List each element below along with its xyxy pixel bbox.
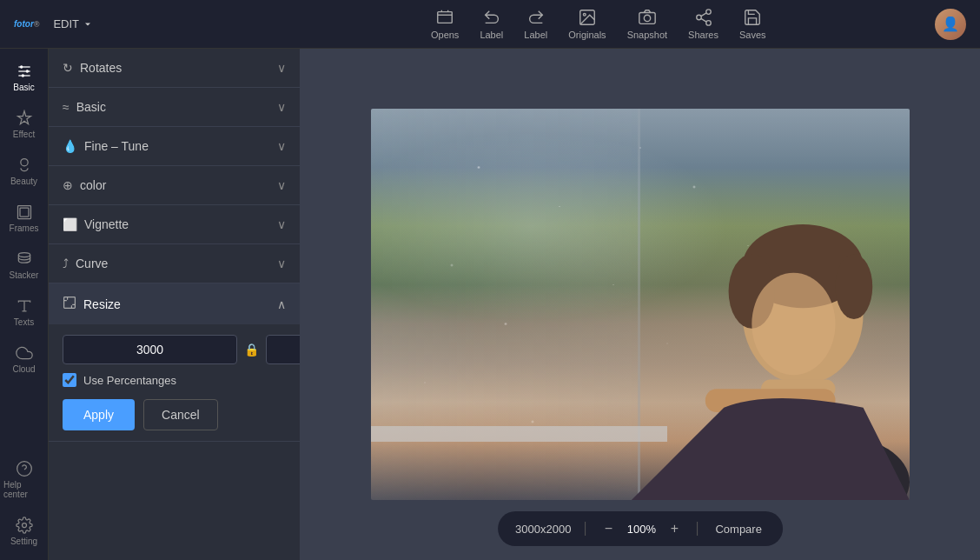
svg-rect-21 — [64, 297, 76, 309]
shares-icon — [694, 8, 713, 27]
sidebar-item-cloud-label: Cloud — [12, 364, 35, 374]
zoom-in-button[interactable]: + — [665, 520, 683, 537]
color-header[interactable]: ⊕ color ∨ — [49, 166, 300, 204]
sidebar-item-stacker-label: Stacker — [10, 270, 39, 280]
logo-text: fotor — [14, 19, 34, 29]
canvas-area: 3000x2000 − 100% + Compare — [301, 49, 980, 560]
zoom-value: 100% — [626, 523, 657, 536]
avatar-image: 👤 — [935, 9, 966, 40]
resize-header[interactable]: Resize ∧ — [49, 283, 300, 324]
logo[interactable]: fotor® — [14, 19, 39, 29]
color-icon: ⊕ — [63, 178, 73, 192]
svg-point-26 — [836, 254, 873, 319]
color-chevron: ∨ — [277, 178, 286, 192]
resize-chevron-up: ∧ — [277, 297, 286, 311]
curve-label: Curve — [76, 257, 108, 270]
svg-point-2 — [583, 13, 586, 16]
avatar[interactable]: 👤 — [935, 9, 966, 40]
apply-button[interactable]: Apply — [63, 399, 135, 430]
sidebar-item-beauty[interactable]: Beauty — [0, 150, 48, 193]
shares-label: Shares — [688, 30, 718, 40]
chevron-down-icon — [83, 19, 93, 30]
originals-icon — [578, 8, 597, 27]
redo-label: Label — [524, 30, 547, 40]
texts-icon — [16, 297, 33, 315]
cancel-button[interactable]: Cancel — [143, 399, 218, 430]
saves-label: Saves — [739, 30, 766, 40]
rotates-section: ↻ Rotates ∨ — [49, 49, 300, 88]
zoom-controls: − 100% + — [599, 520, 683, 537]
sidebar-item-effect-label: Effect — [13, 130, 35, 139]
toolbar-shares[interactable]: Shares — [688, 8, 718, 40]
undo-icon — [482, 8, 501, 27]
use-percentages-row: Use Percentanges — [63, 373, 286, 387]
left-nav-bottom: Help center Setting — [0, 453, 48, 560]
toolbar-saves[interactable]: Saves — [739, 8, 766, 40]
svg-rect-3 — [639, 13, 655, 24]
toolbar-opens[interactable]: Opens — [431, 8, 459, 40]
originals-label: Originals — [568, 30, 606, 40]
sidebar-item-help[interactable]: Help center — [0, 453, 48, 506]
zoom-out-button[interactable]: − — [599, 520, 617, 537]
svg-point-17 — [18, 253, 30, 257]
sidebar-item-basic[interactable]: Basic — [0, 56, 48, 99]
redo-icon — [526, 8, 546, 27]
color-label: color — [80, 178, 106, 192]
fine-tune-icon: 💧 — [63, 139, 77, 153]
curve-header[interactable]: ⤴ Curve ∨ — [49, 244, 300, 283]
toolbar-originals[interactable]: Originals — [568, 8, 606, 40]
fine-tune-section: 💧 Fine – Tune ∨ — [49, 127, 300, 166]
use-percentages-label: Use Percentanges — [83, 374, 176, 387]
divider2 — [697, 522, 698, 536]
rotates-header[interactable]: ↻ Rotates ∨ — [49, 49, 300, 87]
beauty-icon — [16, 157, 33, 174]
edit-menu[interactable]: EDIT — [53, 17, 93, 30]
toolbar-actions: Opens Label Label Originals Snapshot Sha… — [431, 8, 766, 40]
resize-width-input[interactable] — [63, 335, 237, 364]
undo-label: Label — [480, 30, 503, 40]
basic-header[interactable]: ≈ Basic ∨ — [49, 88, 300, 126]
resize-height-input[interactable] — [266, 335, 301, 364]
sidebar-item-frames[interactable]: Frames — [0, 197, 48, 240]
fine-tune-header[interactable]: 💧 Fine – Tune ∨ — [49, 127, 300, 165]
boy-figure — [560, 129, 910, 501]
toolbar-snapshot[interactable]: Snapshot — [627, 8, 667, 40]
sidebar-item-stacker[interactable]: Stacker — [0, 243, 48, 287]
svg-point-18 — [17, 462, 31, 477]
help-center-label: Help center — [3, 480, 44, 499]
vignette-header[interactable]: ⬜ Vignette ∨ — [49, 205, 300, 243]
vignette-section: ⬜ Vignette ∨ — [49, 205, 300, 244]
sidebar-item-settings[interactable]: Setting — [0, 510, 48, 553]
use-percentages-checkbox[interactable] — [63, 373, 76, 387]
fine-tune-label: Fine – Tune — [84, 139, 149, 153]
stacker-icon — [16, 250, 33, 268]
toolbar-undo[interactable]: Label — [480, 8, 503, 40]
opens-label: Opens — [431, 30, 459, 40]
lock-icon[interactable]: 🔒 — [244, 343, 259, 357]
compare-button[interactable]: Compare — [712, 521, 765, 537]
effect-icon — [16, 110, 33, 127]
svg-point-4 — [644, 15, 650, 21]
logo-superscript: ® — [34, 20, 40, 29]
svg-point-27 — [752, 272, 835, 375]
sidebar-item-beauty-label: Beauty — [10, 177, 37, 186]
vignette-chevron: ∨ — [277, 217, 286, 231]
curve-section: ⤴ Curve ∨ — [49, 244, 300, 283]
left-nav: Basic Effect Beauty Frames Stacker Texts… — [0, 49, 49, 560]
toolbar-redo[interactable]: Label — [524, 8, 547, 40]
basic-section: ≈ Basic ∨ — [49, 88, 300, 127]
resize-buttons: Apply Cancel — [63, 399, 286, 430]
curve-chevron: ∨ — [277, 257, 286, 270]
svg-point-7 — [705, 21, 711, 25]
svg-point-6 — [696, 15, 701, 20]
curve-icon: ⤴ — [63, 257, 69, 270]
sidebar-item-texts[interactable]: Texts — [0, 290, 48, 334]
svg-point-14 — [20, 159, 27, 166]
sidebar-item-effect[interactable]: Effect — [0, 103, 48, 146]
setting-label: Setting — [10, 537, 37, 546]
cloud-icon — [16, 344, 33, 362]
resize-inputs: 🔒 — [63, 335, 286, 364]
sidebar-item-cloud[interactable]: Cloud — [0, 337, 48, 381]
canvas-size: 3000x2000 — [515, 523, 571, 536]
canvas-image — [371, 109, 910, 500]
